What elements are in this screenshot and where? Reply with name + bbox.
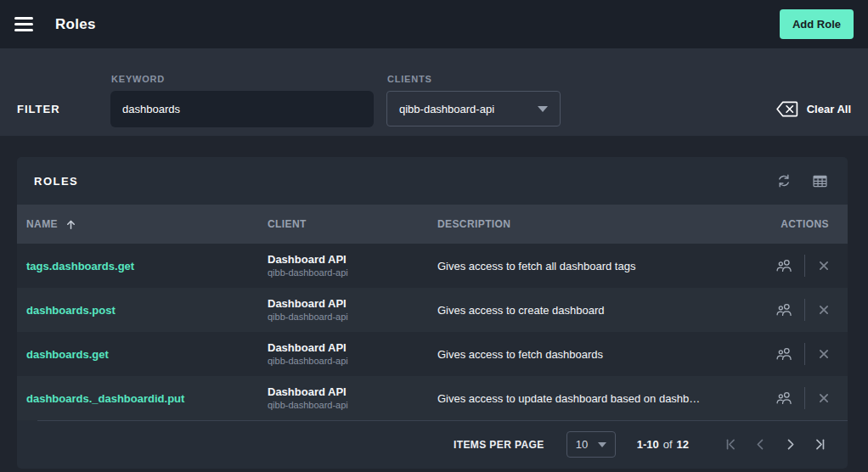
column-header-actions: ACTIONS <box>747 218 848 230</box>
role-description: Gives access to update dashboard based o… <box>437 392 700 405</box>
role-name-link[interactable]: dashboards._dashboardid.put <box>26 392 184 405</box>
chevron-down-icon <box>538 106 548 112</box>
items-per-page-label: ITEMS PER PAGE <box>454 439 544 451</box>
keyword-label: KEYWORD <box>111 74 165 84</box>
table-row: dashboards._dashboardid.put Dashboard AP… <box>17 376 848 420</box>
role-name-link[interactable]: tags.dashboards.get <box>26 260 134 273</box>
remove-role-icon[interactable] <box>816 302 831 317</box>
clients-select[interactable]: qibb-dashboard-api <box>386 91 561 126</box>
role-name-link[interactable]: dashboards.get <box>26 348 109 361</box>
remove-role-icon[interactable] <box>816 391 831 406</box>
role-name-link[interactable]: dashboards.post <box>26 304 116 317</box>
role-description: Gives access to fetch all dashboard tags <box>437 260 635 273</box>
keyword-input[interactable] <box>110 91 374 127</box>
client-cell: Dashboard API qibb-dashboard-api <box>268 252 437 279</box>
sort-ascending-icon[interactable] <box>65 218 77 231</box>
table-row: dashboards.post Dashboard API qibb-dashb… <box>17 288 848 332</box>
range-value: 1-10 <box>637 438 659 451</box>
table-row: tags.dashboards.get Dashboard API qibb-d… <box>17 244 848 288</box>
page-title: Roles <box>55 16 96 33</box>
row-actions <box>747 343 848 365</box>
roles-card-title: ROLES <box>34 175 78 188</box>
role-description: Gives access to fetch dashboards <box>437 348 603 361</box>
row-actions <box>747 255 848 277</box>
remove-role-icon[interactable] <box>816 346 831 362</box>
client-id: qibb-dashboard-api <box>268 399 437 412</box>
client-name: Dashboard API <box>268 385 437 400</box>
app-header: Roles Add Role <box>0 0 868 48</box>
actions-divider <box>804 387 805 409</box>
client-cell: Dashboard API qibb-dashboard-api <box>268 296 437 323</box>
page-size-select[interactable]: 10 <box>566 431 616 458</box>
assign-users-icon[interactable] <box>775 389 793 407</box>
assign-users-icon[interactable] <box>775 256 793 275</box>
roles-card-header: ROLES <box>17 157 848 205</box>
previous-page-icon[interactable] <box>752 436 769 452</box>
next-page-icon[interactable] <box>782 436 798 452</box>
clients-label: CLIENTS <box>387 74 432 84</box>
client-id: qibb-dashboard-api <box>268 267 437 279</box>
actions-divider <box>804 255 805 277</box>
refresh-icon[interactable] <box>775 172 792 189</box>
actions-divider <box>804 299 805 321</box>
table-header-row: NAME CLIENT DESCRIPTION ACTIONS <box>17 205 848 244</box>
remove-role-icon[interactable] <box>816 258 831 273</box>
pagination-bar: ITEMS PER PAGE 10 1-10 of 12 <box>17 420 848 469</box>
clear-all-button[interactable]: Clear All <box>775 91 851 126</box>
assign-users-icon[interactable] <box>775 301 793 319</box>
backspace-icon <box>775 100 799 118</box>
client-id: qibb-dashboard-api <box>268 311 437 323</box>
clients-selected-value: qibb-dashboard-api <box>399 103 494 115</box>
client-name: Dashboard API <box>268 252 437 267</box>
roles-page: Roles Add Role FILTER KEYWORD CLIENTS qi… <box>0 0 868 472</box>
pagination-nav <box>723 436 828 452</box>
client-cell: Dashboard API qibb-dashboard-api <box>268 385 437 412</box>
table-body: tags.dashboards.get Dashboard API qibb-d… <box>17 244 848 420</box>
last-page-icon[interactable] <box>812 436 828 452</box>
column-header-client: CLIENT <box>268 218 437 230</box>
filter-bar: FILTER KEYWORD CLIENTS qibb-dashboard-ap… <box>0 48 868 136</box>
row-actions <box>747 299 848 321</box>
menu-icon[interactable] <box>14 17 33 31</box>
column-header-name[interactable]: NAME <box>26 218 58 230</box>
add-role-button[interactable]: Add Role <box>780 9 854 39</box>
roles-card: ROLES <box>17 157 848 469</box>
range-total: 12 <box>677 438 689 451</box>
clear-all-label: Clear All <box>807 103 851 115</box>
actions-divider <box>804 343 805 365</box>
client-name: Dashboard API <box>268 340 437 356</box>
client-name: Dashboard API <box>268 296 437 312</box>
table-grid-icon[interactable] <box>811 172 829 190</box>
client-id: qibb-dashboard-api <box>268 355 437 368</box>
table-row: dashboards.get Dashboard API qibb-dashbo… <box>17 332 848 376</box>
card-toolbar <box>775 172 829 190</box>
row-actions <box>747 387 848 409</box>
filter-section-label: FILTER <box>17 103 60 115</box>
chevron-down-icon <box>598 442 606 447</box>
column-header-description: DESCRIPTION <box>437 218 747 230</box>
first-page-icon[interactable] <box>723 436 739 452</box>
pagination-range: 1-10 of 12 <box>637 438 689 451</box>
page-size-value: 10 <box>576 438 588 451</box>
role-description: Gives access to create dashboard <box>437 304 605 317</box>
range-of-label: of <box>663 438 673 451</box>
assign-users-icon[interactable] <box>775 345 793 363</box>
client-cell: Dashboard API qibb-dashboard-api <box>268 340 437 368</box>
